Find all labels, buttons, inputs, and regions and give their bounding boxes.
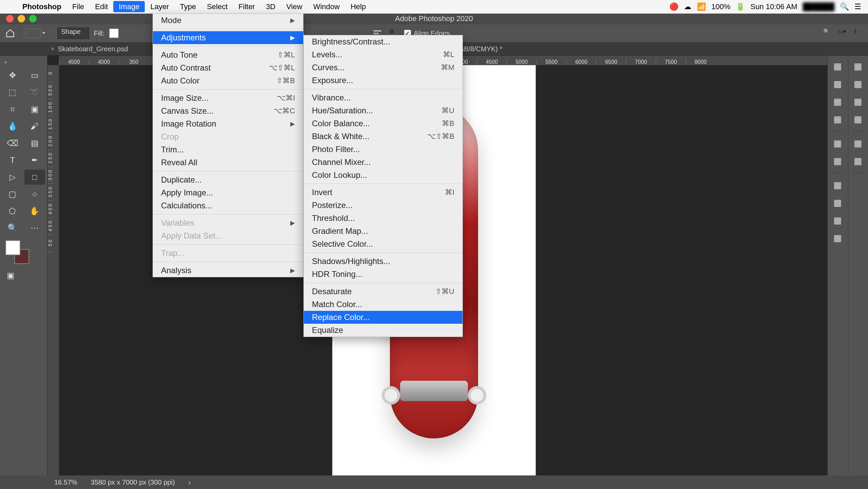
pen-tool[interactable]: ✒ (24, 153, 45, 168)
close-icon[interactable]: × (51, 45, 55, 53)
adjustments-menu-color-balance[interactable]: Color Balance...⌘B (304, 117, 462, 130)
minimize-window-button[interactable] (18, 15, 25, 22)
image-menu-analysis[interactable]: Analysis▶ (153, 264, 303, 277)
adjustments-menu-vibrance[interactable]: Vibrance... (304, 91, 462, 104)
close-window-button[interactable] (6, 15, 14, 22)
menu-image[interactable]: Image (113, 1, 145, 12)
spotlight-icon[interactable]: 🔍 (840, 2, 849, 11)
character-panel-icon[interactable]: ▦ (832, 78, 844, 90)
menu-window[interactable]: Window (308, 1, 345, 12)
adjustments-menu-shadows-highlights[interactable]: Shadows/Highlights... (304, 255, 462, 268)
image-menu-auto-color[interactable]: Auto Color⇧⌘B (153, 74, 303, 87)
adjustments-submenu[interactable]: Brightness/Contrast...Levels...⌘LCurves.… (303, 35, 463, 337)
image-menu[interactable]: Mode▶Adjustments▶Auto Tone⇧⌘LAuto Contra… (153, 14, 303, 277)
layers-icon[interactable]: ▦ (852, 155, 864, 167)
marquee-tool[interactable]: ⬚ (2, 85, 23, 100)
menu-3d[interactable]: 3D (260, 1, 281, 12)
image-menu-apply-image[interactable]: Apply Image... (153, 186, 303, 199)
paragraph-style-icon[interactable]: ▦ (852, 78, 864, 90)
tool-mode-select[interactable]: Shape (57, 27, 89, 39)
share-icon[interactable]: ⇪ (853, 28, 863, 38)
image-menu-auto-contrast[interactable]: Auto Contrast⌥⇧⌘L (153, 61, 303, 74)
artboard-tool[interactable]: ▭ (24, 68, 45, 83)
crop-tool[interactable]: ⌗ (2, 102, 23, 117)
image-menu-duplicate[interactable]: Duplicate... (153, 173, 303, 186)
menu-view[interactable]: View (281, 1, 308, 12)
image-menu-adjustments[interactable]: Adjustments▶ (153, 31, 303, 44)
adjustments-menu-gradient-map[interactable]: Gradient Map... (304, 225, 462, 238)
eyedropper-tool[interactable]: 💧 (2, 119, 23, 134)
shape-preset-picker[interactable] (25, 29, 40, 38)
gradient-tool[interactable]: ▤ (24, 136, 45, 151)
path-select-tool[interactable]: ▷ (2, 170, 23, 185)
fill-swatch[interactable] (109, 29, 119, 38)
adjustments-menu-desaturate[interactable]: Desaturate⇧⌘U (304, 285, 462, 298)
adjustments-menu-channel-mixer[interactable]: Channel Mixer... (304, 156, 462, 169)
history-panel-icon[interactable]: ▦ (832, 197, 844, 208)
rectangle-tool[interactable]: □ (24, 170, 45, 185)
quickmask-icon[interactable]: ▣ (7, 271, 45, 280)
image-menu-canvas-size[interactable]: Canvas Size...⌥⌘C (153, 105, 303, 117)
brush-tool[interactable]: 🖌 (24, 119, 45, 134)
rounded-rect-tool[interactable]: ▢ (2, 187, 23, 202)
adjustments-menu-color-lookup[interactable]: Color Lookup... (304, 169, 462, 182)
search-icon[interactable]: 🔍 (823, 28, 833, 38)
adjustments-panel-icon[interactable]: ▦ (832, 155, 844, 167)
adjustments-menu-photo-filter[interactable]: Photo Filter... (304, 143, 462, 156)
image-menu-calculations[interactable]: Calculations... (153, 199, 303, 212)
libraries-icon[interactable]: ▦ (852, 137, 864, 149)
adjustments-menu-posterize[interactable]: Posterize... (304, 199, 462, 212)
image-menu-trim[interactable]: Trim... (153, 143, 303, 156)
adjustments-menu-brightness-contrast[interactable]: Brightness/Contrast... (304, 35, 462, 48)
adjustments-menu-replace-color[interactable]: Replace Color... (304, 311, 462, 324)
adjustments-menu-selective-color[interactable]: Selective Color... (304, 238, 462, 250)
image-menu-image-size[interactable]: Image Size...⌥⌘I (153, 92, 303, 105)
adjustments-menu-threshold[interactable]: Threshold... (304, 212, 462, 225)
zoom-window-button[interactable] (29, 15, 37, 22)
foreground-color-swatch[interactable] (5, 240, 20, 255)
adjustments-menu-match-color[interactable]: Match Color... (304, 298, 462, 311)
app-name[interactable]: Photoshop (17, 1, 67, 13)
type-style-icon[interactable]: ▦ (852, 60, 864, 72)
menu-layer[interactable]: Layer (145, 1, 174, 12)
menu-file[interactable]: File (67, 1, 90, 12)
glyphs-panel-icon[interactable]: ▦ (852, 96, 864, 107)
doc-tab-1[interactable]: × Skateboard_Green.psd (51, 45, 128, 53)
adjustments-menu-equalize[interactable]: Equalize (304, 324, 462, 337)
menu-edit[interactable]: Edit (90, 1, 113, 12)
navigator-panel-icon[interactable]: ▦ (832, 214, 844, 226)
menu-select[interactable]: Select (201, 1, 233, 12)
layers-panel-icon[interactable]: ▦ (832, 60, 844, 72)
foreground-background-swatch[interactable] (5, 240, 29, 264)
menu-filter[interactable]: Filter (233, 1, 260, 12)
document-info[interactable]: 3580 px x 7000 px (300 ppi) (91, 478, 175, 486)
menu-type[interactable]: Type (174, 1, 201, 12)
image-menu-image-rotation[interactable]: Image Rotation▶ (153, 117, 303, 130)
zoom-level[interactable]: 16.57% (54, 478, 77, 486)
adjustments-menu-hue-saturation[interactable]: Hue/Saturation...⌘U (304, 104, 462, 117)
image-menu-reveal-all[interactable]: Reveal All (153, 156, 303, 169)
move-tool[interactable]: ✥ (2, 68, 23, 83)
image-menu-auto-tone[interactable]: Auto Tone⇧⌘L (153, 49, 303, 61)
collapse-toolbox-icon[interactable]: « (2, 58, 45, 66)
adjustments-menu-hdr-toning[interactable]: HDR Toning... (304, 268, 462, 281)
adjustments-menu-invert[interactable]: Invert⌘I (304, 186, 462, 199)
image-menu-mode[interactable]: Mode▶ (153, 14, 303, 27)
polygon-tool[interactable]: ⬠ (2, 204, 23, 219)
zoom-tool[interactable]: 🔍 (2, 221, 23, 236)
swatches-panel-icon[interactable]: ▦ (832, 113, 844, 125)
more-tools[interactable]: ⋯ (24, 221, 45, 236)
menu-help[interactable]: Help (345, 1, 371, 12)
lasso-tool[interactable]: ➰ (24, 85, 45, 100)
info-panel-icon[interactable]: ▦ (832, 232, 844, 244)
paragraph-panel-icon[interactable]: ▦ (832, 96, 844, 107)
hand-tool[interactable]: ✋ (24, 204, 45, 219)
adjustments-menu-levels[interactable]: Levels...⌘L (304, 48, 462, 61)
type-tool[interactable]: T (2, 153, 23, 168)
adjustments-menu-exposure[interactable]: Exposure... (304, 74, 462, 87)
window-traffic-lights[interactable] (6, 15, 37, 22)
style-icon[interactable]: ▦ (852, 113, 864, 125)
frame-tool[interactable]: ▣ (24, 102, 45, 117)
adjustments-menu-curves[interactable]: Curves...⌘M (304, 61, 462, 74)
properties-panel-icon[interactable]: ▦ (832, 137, 844, 149)
